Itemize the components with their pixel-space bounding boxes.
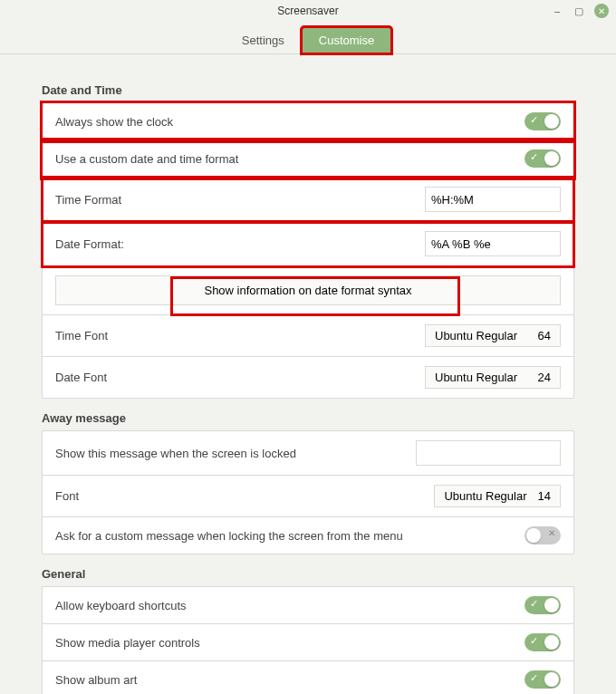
date-font-family: Ubuntu Regular	[435, 371, 517, 384]
row-ask-custom: Ask for a custom message when locking th…	[43, 517, 573, 554]
section-away: Show this message when the screen is loc…	[42, 430, 574, 554]
toggle-album[interactable]	[525, 670, 561, 689]
row-custom-format: Use a custom date and time format	[43, 140, 573, 178]
content-area: Date and Time Always show the clock Use …	[0, 54, 616, 694]
label-ask-custom: Ask for a custom message when locking th…	[55, 529, 403, 543]
label-keyboard: Allow keyboard shortcuts	[55, 599, 187, 612]
tab-bar: Settings Customise	[0, 22, 616, 54]
away-font-size: 14	[538, 489, 551, 503]
label-away-font: Font	[55, 489, 79, 503]
input-away-message[interactable]	[416, 440, 561, 466]
time-font-family: Ubuntu Regular	[435, 329, 517, 342]
section-general: Allow keyboard shortcuts Show media play…	[42, 586, 574, 694]
label-album: Show album art	[55, 673, 137, 687]
label-date-font: Date Font	[55, 371, 107, 384]
window-title: Screensaver	[277, 5, 338, 17]
toggle-custom-format[interactable]	[525, 149, 561, 168]
row-time-font: Time Font Ubuntu Regular 64	[43, 315, 573, 357]
toggle-always-show-clock[interactable]	[525, 112, 561, 130]
tab-settings[interactable]: Settings	[225, 27, 302, 53]
row-date-font: Date Font Ubuntu Regular 24	[43, 357, 573, 398]
section-title-datetime: Date and Time	[42, 83, 574, 97]
row-always-show-clock: Always show the clock	[43, 103, 573, 140]
date-font-size: 24	[538, 371, 551, 384]
time-font-size: 64	[538, 329, 551, 342]
tab-customise[interactable]: Customise	[302, 27, 391, 53]
row-album: Show album art	[43, 661, 573, 694]
button-date-font[interactable]: Ubuntu Regular 24	[425, 366, 561, 389]
row-media: Show media player controls	[43, 624, 573, 661]
titlebar: Screensaver – ▢ ✕	[0, 0, 616, 22]
window-controls: – ▢ ✕	[551, 4, 609, 18]
input-date-format[interactable]	[425, 231, 561, 256]
input-time-format[interactable]	[425, 187, 561, 212]
section-title-away: Away message	[42, 411, 574, 425]
label-time-font: Time Font	[55, 329, 108, 342]
section-datetime: Always show the clock Use a custom date …	[42, 102, 574, 399]
label-always-show-clock: Always show the clock	[55, 115, 173, 129]
row-date-format: Date Format:	[43, 222, 573, 266]
toggle-ask-custom[interactable]	[525, 526, 561, 545]
row-keyboard: Allow keyboard shortcuts	[43, 587, 573, 624]
label-custom-format: Use a custom date and time format	[55, 152, 238, 166]
close-button[interactable]: ✕	[594, 4, 609, 18]
label-date-format: Date Format:	[55, 237, 124, 251]
button-format-info[interactable]: Show information on date format syntax	[55, 275, 561, 305]
row-away-message: Show this message when the screen is loc…	[43, 431, 573, 476]
toggle-keyboard[interactable]	[525, 596, 561, 614]
away-font-family: Ubuntu Regular	[444, 489, 526, 503]
label-away-message: Show this message when the screen is loc…	[55, 447, 296, 460]
section-title-general: General	[42, 567, 574, 581]
maximize-button[interactable]: ▢	[573, 5, 585, 17]
label-time-format: Time Format	[55, 193, 121, 207]
row-away-font: Font Ubuntu Regular 14	[43, 476, 573, 517]
label-media: Show media player controls	[55, 636, 200, 650]
minimize-button[interactable]: –	[551, 5, 563, 17]
button-away-font[interactable]: Ubuntu Regular 14	[434, 485, 561, 507]
row-time-format: Time Format	[43, 178, 573, 222]
button-time-font[interactable]: Ubuntu Regular 64	[425, 324, 561, 347]
toggle-media[interactable]	[525, 633, 561, 651]
